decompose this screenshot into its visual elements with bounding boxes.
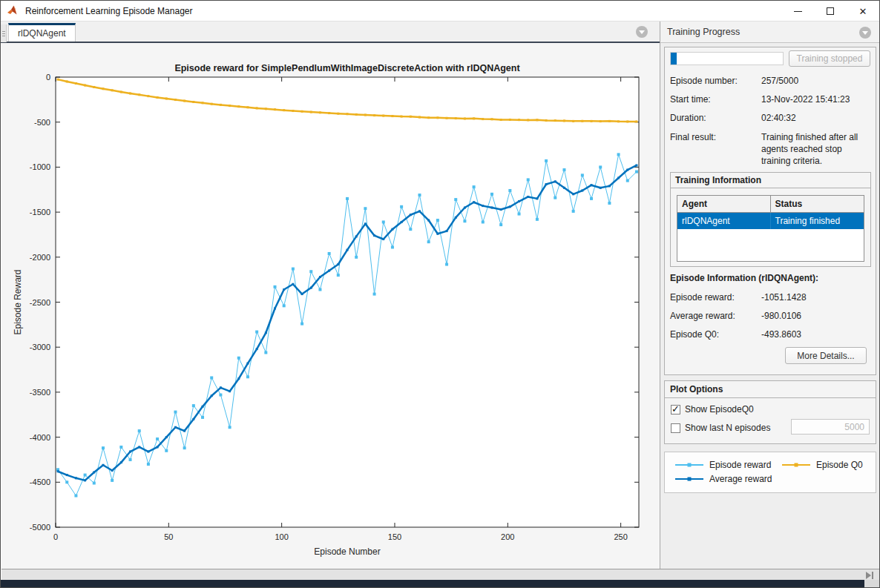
svg-text:50: 50 (164, 532, 173, 541)
close-icon: ✕ (859, 7, 867, 16)
final-result-value: Training finished after all agents reach… (761, 132, 873, 168)
training-information-title: Training Information (671, 173, 870, 188)
show-episodeq0-checkbox[interactable] (671, 405, 680, 414)
table-row[interactable]: rlDQNAgent Training finished (677, 213, 864, 229)
collapse-tab-panel-button[interactable] (636, 26, 648, 38)
collapse-progress-panel-button[interactable] (859, 27, 871, 39)
average-reward-value: -980.0106 (761, 311, 873, 323)
last-n-episodes-input[interactable] (791, 419, 870, 435)
legend-item-episode-reward[interactable]: Episode reward (675, 460, 771, 470)
svg-text:250: 250 (614, 532, 627, 541)
svg-text:150: 150 (388, 532, 401, 541)
agent-cell: rlDQNAgent (677, 213, 771, 229)
show-episodeq0-option: Show EpisodeQ0 (671, 404, 754, 414)
svg-text:100: 100 (275, 532, 288, 541)
maximize-icon (827, 7, 834, 15)
close-button[interactable]: ✕ (847, 1, 879, 22)
app-window: Reinforcement Learning Episode Manager ✕… (0, 0, 880, 588)
show-last-n-label: Show last N episodes (685, 423, 770, 433)
svg-text:-3500: -3500 (30, 388, 50, 397)
svg-text:-4500: -4500 (30, 478, 50, 486)
chevron-down-icon (862, 31, 868, 35)
more-details-button[interactable]: More Details... (785, 347, 867, 364)
horizontal-scrollbar[interactable] (1, 569, 880, 580)
average-reward-label: Average reward: (670, 311, 735, 321)
maximize-button[interactable] (814, 1, 847, 22)
minimize-icon (794, 11, 802, 12)
legend-item-episode-q0[interactable]: Episode Q0 (782, 460, 863, 470)
svg-text:-3000: -3000 (30, 343, 50, 351)
episode-number-value: 257/5000 (761, 76, 873, 87)
svg-text:-500: -500 (34, 118, 50, 127)
svg-text:Episode Reward: Episode Reward (13, 269, 23, 334)
duration-value: 02:40:32 (761, 113, 873, 125)
training-plot-panel: 0501001502002500-500-1000-1500-2000-2500… (1, 43, 660, 569)
svg-text:0: 0 (53, 532, 58, 541)
episode-information-title: Episode Information (rlDQNAgent): (670, 273, 818, 283)
show-last-n-option: Show last N episodes (671, 423, 770, 433)
show-episodeq0-label: Show EpisodeQ0 (685, 404, 754, 414)
svg-text:Episode Number: Episode Number (314, 546, 380, 557)
window-title: Reinforcement Learning Episode Manager (25, 6, 192, 16)
svg-text:-4000: -4000 (30, 433, 50, 442)
chevron-down-icon (639, 30, 645, 34)
bottom-corner (864, 580, 880, 588)
legend-item-average-reward[interactable]: Average reward (675, 474, 772, 484)
training-progress-title: Training Progress (667, 27, 740, 37)
training-progress-bar (670, 52, 784, 65)
title-bar: Reinforcement Learning Episode Manager ✕ (1, 1, 879, 22)
svg-text:-1000: -1000 (30, 162, 50, 171)
episode-number-label: Episode number: (670, 76, 738, 86)
duration-label: Duration: (670, 113, 706, 123)
plot-options-title: Plot Options (665, 381, 876, 398)
svg-text:Episode reward for SimplePendl: Episode reward for SimplePendlumWithImag… (174, 63, 520, 73)
episode-reward-label: Episode reward: (670, 292, 735, 303)
average-reward-line-swatch (675, 478, 703, 480)
episode-q0-value: -493.8603 (761, 329, 873, 341)
chart-legend: Episode reward Episode Q0 Average reward (664, 452, 876, 493)
training-stopped-button[interactable]: Training stopped (789, 50, 870, 67)
episode-q0-label: Episode Q0: (670, 329, 719, 340)
tab-label: rlDQNAgent (18, 28, 66, 39)
episode-q0-line-swatch (782, 464, 810, 466)
start-time-label: Start time: (670, 94, 711, 105)
training-progress-panel: Training Progress Training stopped Episo… (660, 22, 880, 569)
final-result-label: Final result: (670, 132, 716, 142)
status-column-header: Status (771, 196, 864, 212)
skip-to-end-icon[interactable] (866, 571, 878, 579)
episode-reward-value: -1051.1428 (761, 292, 873, 304)
status-cell: Training finished (771, 213, 864, 229)
plot-options-box: Plot Options Show EpisodeQ0 Show last N … (664, 380, 876, 444)
training-information-box: Training Information Agent Status rlDQNA… (670, 172, 871, 267)
matlab-logo-icon (7, 4, 19, 17)
tab-rldqnagent[interactable]: rlDQNAgent (8, 23, 76, 42)
svg-text:-5000: -5000 (30, 523, 50, 532)
svg-text:200: 200 (501, 532, 514, 541)
training-progress-box: Training stopped Episode number: 257/500… (664, 47, 876, 375)
svg-text:-2000: -2000 (30, 253, 50, 262)
svg-text:-2500: -2500 (30, 298, 50, 307)
bottom-status-bar (1, 580, 864, 588)
show-last-n-checkbox[interactable] (671, 423, 680, 433)
agent-column-header: Agent (677, 196, 771, 212)
episode-reward-line-swatch (675, 464, 703, 466)
tab-grip-handle[interactable] (1, 24, 7, 42)
minimize-button[interactable] (781, 1, 814, 22)
svg-text:0: 0 (46, 73, 50, 82)
legend-label: Average reward (709, 474, 772, 484)
agents-table-header: Agent Status (677, 196, 864, 213)
agents-table: Agent Status rlDQNAgent Training finishe… (677, 195, 864, 262)
start-time-value: 13-Nov-2022 15:41:23 (761, 94, 873, 106)
training-progress-header: Training Progress (660, 22, 880, 43)
legend-label: Episode reward (709, 460, 771, 470)
training-progress-fill (671, 53, 677, 65)
episode-reward-chart[interactable]: 0501001502002500-500-1000-1500-2000-2500… (1, 43, 660, 569)
legend-label: Episode Q0 (816, 460, 863, 470)
tab-bar: rlDQNAgent (1, 22, 660, 43)
svg-text:-1500: -1500 (30, 208, 50, 217)
